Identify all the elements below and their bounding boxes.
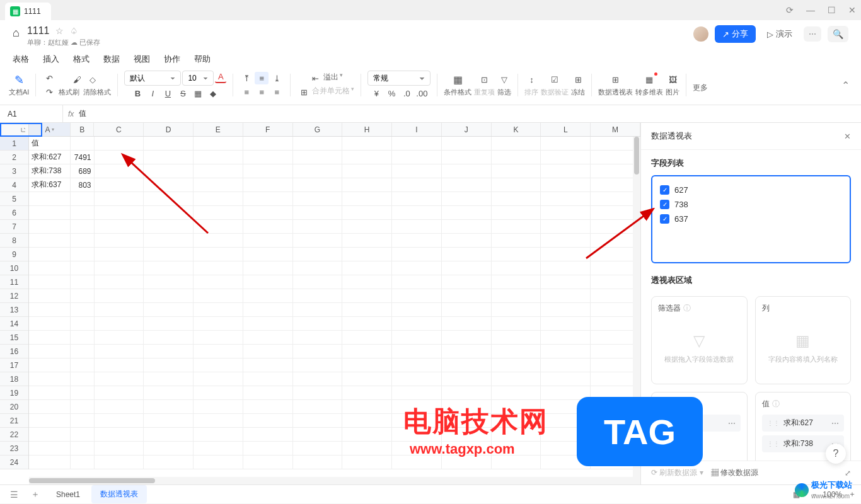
cell[interactable] bbox=[293, 455, 343, 469]
cell[interactable] bbox=[442, 178, 492, 192]
cell[interactable] bbox=[243, 345, 293, 358]
cell[interactable] bbox=[194, 192, 243, 206]
cell[interactable] bbox=[194, 206, 243, 220]
cell[interactable] bbox=[95, 358, 144, 372]
cell[interactable] bbox=[71, 400, 95, 414]
field-item[interactable]: ✓627 bbox=[659, 183, 843, 197]
select-all-corner[interactable] bbox=[0, 123, 29, 137]
clear-format-icon[interactable]: ◇ bbox=[86, 74, 100, 86]
row-header[interactable]: 13 bbox=[0, 303, 28, 317]
decimal-dec-button[interactable]: .0 bbox=[400, 87, 413, 100]
cell[interactable] bbox=[243, 442, 293, 455]
sync-icon[interactable]: ⟳ bbox=[786, 5, 794, 15]
cell[interactable] bbox=[29, 220, 71, 234]
cell[interactable] bbox=[194, 289, 243, 303]
cell[interactable] bbox=[442, 303, 492, 317]
cell[interactable] bbox=[392, 400, 442, 414]
filter-area[interactable]: 筛选器ⓘ ▽根据拖入字段筛选数据 bbox=[651, 296, 748, 384]
cell[interactable] bbox=[492, 358, 541, 372]
field-item[interactable]: ✓738 bbox=[659, 197, 843, 212]
cell[interactable] bbox=[29, 386, 71, 400]
cell[interactable] bbox=[95, 455, 144, 469]
cell[interactable] bbox=[29, 331, 71, 345]
cell[interactable] bbox=[293, 234, 343, 248]
cell[interactable] bbox=[392, 275, 442, 289]
conditional-format-icon[interactable]: ▦ bbox=[451, 74, 465, 86]
cell[interactable] bbox=[29, 372, 71, 386]
cell[interactable] bbox=[71, 331, 95, 345]
column-header[interactable]: M bbox=[591, 123, 640, 136]
row-header[interactable]: 24 bbox=[0, 455, 28, 469]
cell[interactable] bbox=[243, 234, 293, 248]
cell[interactable] bbox=[392, 206, 442, 220]
cell[interactable] bbox=[442, 386, 492, 400]
cell[interactable] bbox=[144, 248, 194, 261]
cell[interactable] bbox=[541, 137, 591, 151]
undo-button[interactable]: ↶ bbox=[42, 72, 56, 84]
cell[interactable] bbox=[541, 178, 591, 192]
strike-button[interactable]: S bbox=[176, 87, 190, 100]
cell[interactable] bbox=[95, 386, 144, 400]
cell[interactable] bbox=[95, 275, 144, 289]
cell[interactable] bbox=[243, 289, 293, 303]
row-header[interactable]: 19 bbox=[0, 386, 28, 400]
cell[interactable] bbox=[342, 386, 392, 400]
cell[interactable] bbox=[194, 178, 243, 192]
cell[interactable] bbox=[194, 442, 243, 455]
cell[interactable] bbox=[392, 303, 442, 317]
cell[interactable] bbox=[293, 137, 343, 151]
share-button[interactable]: ↗ 分享 bbox=[715, 25, 756, 43]
cell[interactable] bbox=[243, 137, 293, 151]
cell[interactable] bbox=[71, 206, 95, 220]
cell[interactable] bbox=[243, 455, 293, 469]
cell[interactable] bbox=[95, 303, 144, 317]
cell[interactable] bbox=[392, 289, 442, 303]
cell[interactable]: 689 bbox=[71, 164, 95, 178]
align-left-button[interactable]: ≡ bbox=[240, 86, 253, 98]
cell[interactable] bbox=[492, 400, 541, 414]
cell[interactable] bbox=[29, 317, 71, 331]
spreadsheet-grid[interactable]: A▾BCDEFGHIJKLM 1234567891011121314151617… bbox=[0, 123, 640, 484]
field-list-box[interactable]: ✓627 ✓738 ✓637 bbox=[651, 175, 851, 263]
multidim-icon[interactable]: ▦ bbox=[642, 74, 656, 86]
column-header[interactable]: K bbox=[492, 123, 541, 136]
cell[interactable] bbox=[342, 331, 392, 345]
cell[interactable] bbox=[293, 428, 343, 442]
cell[interactable] bbox=[194, 261, 243, 275]
menu-view[interactable]: 视图 bbox=[134, 54, 150, 65]
row-header[interactable]: 2 bbox=[0, 151, 28, 164]
cell[interactable] bbox=[293, 303, 343, 317]
columns-area[interactable]: 列 ▦字段内容将填入列名称 bbox=[755, 296, 852, 384]
cell[interactable] bbox=[541, 261, 591, 275]
cell[interactable] bbox=[492, 428, 541, 442]
freeze-icon[interactable]: ⊞ bbox=[571, 74, 585, 86]
redo-button[interactable]: ↷ bbox=[42, 86, 56, 98]
help-fab-button[interactable]: ? bbox=[826, 444, 846, 464]
cell[interactable] bbox=[442, 192, 492, 206]
row-header[interactable]: 23 bbox=[0, 442, 28, 455]
value-field-item[interactable]: ⋮⋮求和:627⋯ bbox=[762, 415, 845, 432]
cell[interactable] bbox=[293, 358, 343, 372]
row-header[interactable]: 16 bbox=[0, 345, 28, 358]
cell[interactable] bbox=[392, 428, 442, 442]
cell[interactable] bbox=[243, 206, 293, 220]
cell[interactable] bbox=[95, 248, 144, 261]
pivot-icon[interactable]: ⊞ bbox=[609, 74, 623, 86]
align-bottom-button[interactable]: ⤓ bbox=[270, 72, 284, 84]
row-header[interactable]: 22 bbox=[0, 428, 28, 442]
cell[interactable] bbox=[144, 151, 194, 164]
cell[interactable] bbox=[29, 275, 71, 289]
checkbox-checked-icon[interactable]: ✓ bbox=[660, 185, 669, 195]
cell[interactable] bbox=[243, 400, 293, 414]
column-header[interactable]: C bbox=[94, 123, 144, 136]
align-top-button[interactable]: ⤒ bbox=[240, 72, 253, 84]
font-color-button[interactable]: A bbox=[215, 71, 226, 83]
cell[interactable] bbox=[342, 261, 392, 275]
cell[interactable] bbox=[29, 345, 71, 358]
close-button[interactable]: ✕ bbox=[848, 5, 856, 15]
row-header[interactable]: 5 bbox=[0, 192, 28, 206]
cell[interactable] bbox=[144, 275, 194, 289]
cell[interactable] bbox=[342, 414, 392, 428]
row-header[interactable]: 20 bbox=[0, 400, 28, 414]
cell[interactable] bbox=[29, 428, 71, 442]
